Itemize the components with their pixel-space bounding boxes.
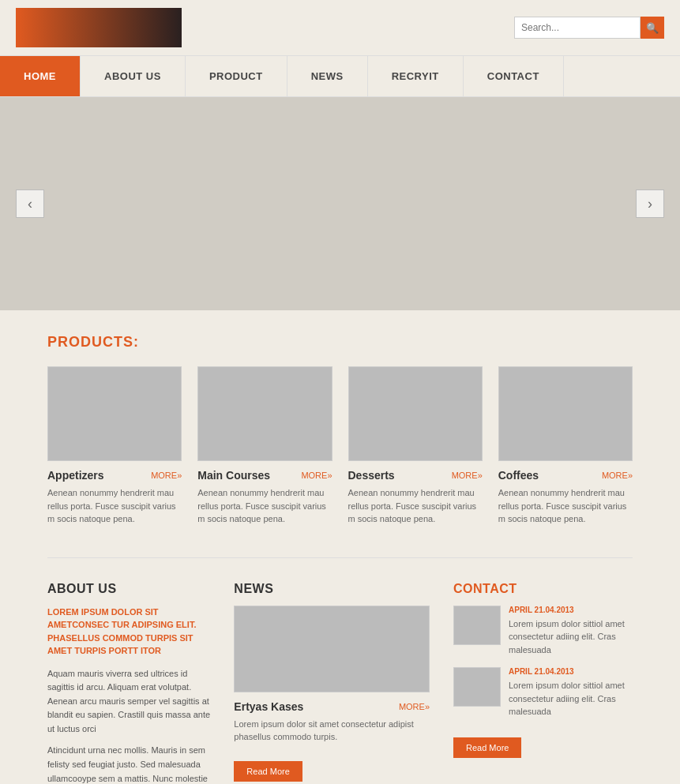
search-button[interactable]: 🔍 (641, 17, 664, 39)
news-desc: Lorem ipsum dolor sit amet consectetur a… (234, 718, 430, 744)
about-text-1: Aquam mauris viverra sed ultrices id sag… (47, 667, 210, 737)
product-desc: Aenean nonummy hendrerit mau rellus port… (348, 486, 483, 526)
product-header: Main Courses MORE» (197, 469, 332, 482)
product-desc: Aenean nonummy hendrerit mau rellus port… (197, 486, 332, 526)
nav-item-home[interactable]: HOME (0, 56, 81, 96)
product-desc: Aenean nonummy hendrerit mau rellus port… (498, 486, 633, 526)
nav-item-news[interactable]: NEWS (287, 56, 368, 96)
news-image (234, 606, 430, 692)
about-title: ABOUT US (47, 582, 210, 596)
logo (16, 8, 182, 47)
product-item: Desserts MORE» Aenean nonummy hendrerit … (348, 366, 483, 526)
news-read-more-button[interactable]: Read More (234, 761, 302, 782)
bottom-section: ABOUT US LOREM IPSUM DOLOR SIT AMETCONSE… (0, 566, 680, 785)
contact-read-more-button[interactable]: Read More (453, 737, 521, 758)
news-column: NEWS Ertyas Kases MORE» Lorem ipsum dolo… (234, 582, 430, 785)
product-image (498, 366, 633, 461)
header: 🔍 (0, 0, 680, 55)
news-article-title: Ertyas Kases (234, 700, 303, 713)
slider-next-button[interactable]: › (636, 189, 664, 218)
product-item: Appetizers MORE» Aenean nonummy hendreri… (47, 366, 182, 526)
product-name: Coffees (498, 469, 539, 482)
contact-info: APRIL 21.04.2013 Lorem ipsum dolor sitti… (509, 667, 633, 718)
contact-item: APRIL 21.04.2013 Lorem ipsum dolor sitti… (453, 667, 633, 718)
products-section: PRODUCTS: Appetizers MORE» Aenean nonumm… (0, 310, 680, 550)
product-image (47, 366, 182, 461)
news-header: Ertyas Kases MORE» (234, 700, 430, 713)
products-title: PRODUCTS: (47, 334, 633, 351)
nav-item-product[interactable]: PRODUCT (186, 56, 287, 96)
contact-date: APRIL 21.04.2013 (509, 606, 633, 614)
contact-item: APRIL 21.04.2013 Lorem ipsum dolor sitti… (453, 606, 633, 657)
product-image (348, 366, 483, 461)
product-more-link[interactable]: MORE» (151, 471, 182, 480)
contact-column: CONTACT APRIL 21.04.2013 Lorem ipsum dol… (453, 582, 633, 785)
section-divider (47, 557, 633, 558)
contact-info: APRIL 21.04.2013 Lorem ipsum dolor sitti… (509, 606, 633, 657)
product-more-link[interactable]: MORE» (301, 471, 332, 480)
product-name: Main Courses (197, 469, 270, 482)
news-title: NEWS (234, 582, 430, 596)
about-highlight: LOREM IPSUM DOLOR SIT AMETCONSEC TUR ADI… (47, 606, 210, 658)
product-header: Appetizers MORE» (47, 469, 182, 482)
product-more-link[interactable]: MORE» (452, 471, 483, 480)
slider-prev-button[interactable]: ‹ (16, 189, 44, 218)
contact-text: Lorem ipsum dolor sittiol amet consectet… (509, 679, 633, 718)
product-more-link[interactable]: MORE» (602, 471, 633, 480)
nav-item-about-us[interactable]: ABOUT US (81, 56, 186, 96)
about-text-2: Atincidunt urna nec mollis. Mauris in se… (47, 744, 210, 784)
contact-thumb (453, 667, 501, 707)
product-header: Coffees MORE» (498, 469, 633, 482)
contact-thumb (453, 606, 501, 645)
product-item: Coffees MORE» Aenean nonummy hendrerit m… (498, 366, 633, 526)
news-more-link[interactable]: MORE» (399, 702, 430, 711)
products-grid: Appetizers MORE» Aenean nonummy hendreri… (47, 366, 633, 526)
contact-title: CONTACT (453, 582, 633, 596)
product-image (197, 366, 332, 461)
main-nav: HOMEABOUT USPRODUCTNEWSRECRYITCONTACT (0, 55, 680, 97)
product-name: Desserts (348, 469, 395, 482)
hero-slider: ‹ › (0, 97, 680, 310)
search-bar: 🔍 (514, 17, 664, 39)
contact-items: APRIL 21.04.2013 Lorem ipsum dolor sitti… (453, 606, 633, 718)
search-input[interactable] (514, 17, 641, 39)
contact-text: Lorem ipsum dolor sittiol amet consectet… (509, 617, 633, 657)
nav-item-contact[interactable]: CONTACT (464, 56, 564, 96)
nav-item-recryit[interactable]: RECRYIT (368, 56, 464, 96)
contact-date: APRIL 21.04.2013 (509, 667, 633, 676)
product-name: Appetizers (47, 469, 104, 482)
product-item: Main Courses MORE» Aenean nonummy hendre… (197, 366, 332, 526)
about-column: ABOUT US LOREM IPSUM DOLOR SIT AMETCONSE… (47, 582, 210, 785)
product-desc: Aenean nonummy hendrerit mau rellus port… (47, 486, 182, 526)
product-header: Desserts MORE» (348, 469, 483, 482)
